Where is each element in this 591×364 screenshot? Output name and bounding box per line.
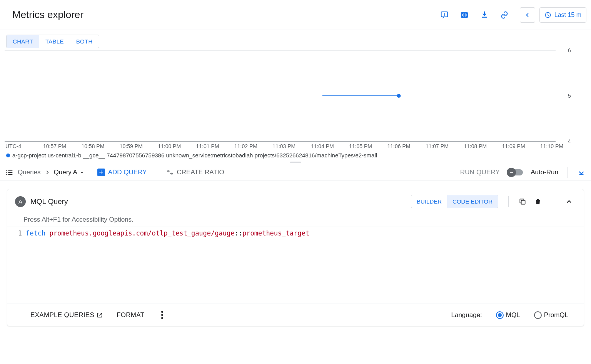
collapse-card-button[interactable] xyxy=(565,198,576,205)
language-label: Language: xyxy=(451,311,482,319)
code-editor[interactable]: 1 fetch prometheus.googleapis.com/otlp_t… xyxy=(7,227,584,304)
svg-rect-4 xyxy=(482,17,487,17)
x-axis-tick: 11:03 PM xyxy=(272,143,296,149)
clock-icon xyxy=(544,12,551,18)
y-axis-tick: 5 xyxy=(562,93,577,99)
more-options-button[interactable] xyxy=(158,311,166,319)
svg-point-7 xyxy=(397,94,401,98)
chart-area: CHART TABLE BOTH 456 UTC-4 10:57 PM10:58… xyxy=(0,30,591,159)
auto-run-toggle[interactable]: − xyxy=(508,169,523,175)
time-prev-button[interactable] xyxy=(520,7,535,23)
x-axis-tick: 11:09 PM xyxy=(502,143,525,149)
x-axis-tick: 10:57 PM xyxy=(43,143,66,149)
current-query-dropdown[interactable]: Query A xyxy=(54,169,84,176)
create-ratio-button[interactable]: CREATE RATIO xyxy=(166,169,224,176)
query-card-title: MQL Query xyxy=(30,197,68,206)
y-axis-tick: 4 xyxy=(562,138,577,144)
query-bar: Queries Query A + ADD QUERY CREATE RATIO… xyxy=(0,165,591,180)
feedback-icon[interactable] xyxy=(437,7,452,23)
collapse-all-button[interactable] xyxy=(577,168,586,177)
format-button[interactable]: FORMAT xyxy=(117,311,144,319)
x-axis-tick: 11:02 PM xyxy=(234,143,257,149)
breadcrumb-chevron-icon xyxy=(45,170,50,175)
x-axis-tick: 11:00 PM xyxy=(158,143,181,149)
external-link-icon xyxy=(97,312,103,318)
svg-point-10 xyxy=(6,172,7,173)
view-tabs: CHART TABLE BOTH xyxy=(6,35,99,48)
svg-point-12 xyxy=(6,174,7,175)
x-axis-tick: 10:58 PM xyxy=(81,143,104,149)
code-icon[interactable] xyxy=(457,7,472,23)
panel-resize-handle[interactable] xyxy=(290,162,301,163)
delete-query-button[interactable] xyxy=(534,198,545,205)
svg-rect-11 xyxy=(8,172,12,173)
time-range-button[interactable]: Last 15 m xyxy=(539,7,586,23)
svg-rect-13 xyxy=(8,174,12,175)
download-icon[interactable] xyxy=(477,7,492,23)
x-axis-tick: 11:08 PM xyxy=(464,143,487,149)
copy-query-button[interactable] xyxy=(519,198,529,205)
x-axis-tick: 10:59 PM xyxy=(120,143,143,149)
x-axis-tick: 11:01 PM xyxy=(196,143,219,149)
x-axis-tick: 11:06 PM xyxy=(387,143,410,149)
queries-label[interactable]: Queries xyxy=(18,169,41,176)
chart-timezone: UTC-4 xyxy=(5,143,21,149)
query-card-footer: EXAMPLE QUERIES FORMAT Language: MQL Pro… xyxy=(7,304,584,326)
add-query-button[interactable]: + ADD QUERY xyxy=(97,169,147,176)
code-gutter: 1 xyxy=(7,227,26,304)
code-content[interactable]: fetch prometheus.googleapis.com/otlp_tes… xyxy=(26,227,309,304)
code-editor-tab[interactable]: CODE EDITOR xyxy=(447,195,498,208)
language-promql-radio[interactable]: PromQL xyxy=(534,311,568,319)
query-card-header: A MQL Query BUILDER CODE EDITOR xyxy=(7,189,584,214)
svg-point-2 xyxy=(444,15,444,16)
legend-series-label: a-gcp-project us-central1-b __gce__ 7447… xyxy=(12,152,377,159)
query-card: A MQL Query BUILDER CODE EDITOR Press Al… xyxy=(7,189,584,326)
plus-icon: + xyxy=(97,169,105,176)
link-icon[interactable] xyxy=(497,7,512,23)
tab-table[interactable]: TABLE xyxy=(39,35,70,48)
editor-mode-toggle: BUILDER CODE EDITOR xyxy=(411,195,498,208)
chart-canvas[interactable]: 456 UTC-4 10:57 PM10:58 PM10:59 PM11:00 … xyxy=(5,50,586,150)
svg-rect-15 xyxy=(521,200,525,204)
x-axis-tick: 11:05 PM xyxy=(349,143,372,149)
time-range-label: Last 15 m xyxy=(554,12,581,18)
chart-legend[interactable]: a-gcp-project us-central1-b __gce__ 7447… xyxy=(5,150,586,159)
queries-list-icon[interactable] xyxy=(5,168,14,177)
ratio-icon xyxy=(166,169,174,176)
query-badge: A xyxy=(15,196,26,207)
x-axis-tick: 11:04 PM xyxy=(311,143,334,149)
x-axis-tick: 11:07 PM xyxy=(426,143,449,149)
auto-run-label: Auto-Run xyxy=(531,169,558,176)
tab-both[interactable]: BOTH xyxy=(70,35,99,48)
a11y-hint: Press Alt+F1 for Accessibility Options. xyxy=(7,214,584,227)
svg-rect-9 xyxy=(8,170,12,171)
example-queries-button[interactable]: EXAMPLE QUERIES xyxy=(30,311,103,319)
divider xyxy=(568,167,568,178)
tab-chart[interactable]: CHART xyxy=(7,35,39,48)
page-title: Metrics explorer xyxy=(12,9,83,21)
svg-point-8 xyxy=(6,170,7,171)
x-axis-tick: 11:10 PM xyxy=(540,143,563,149)
top-bar: Metrics explorer Last 15 m xyxy=(0,0,591,30)
y-axis-tick: 6 xyxy=(562,47,577,53)
builder-tab[interactable]: BUILDER xyxy=(411,195,447,208)
legend-color-dot xyxy=(6,154,10,157)
language-mql-radio[interactable]: MQL xyxy=(496,311,520,319)
run-query-button[interactable]: RUN QUERY xyxy=(460,169,500,176)
